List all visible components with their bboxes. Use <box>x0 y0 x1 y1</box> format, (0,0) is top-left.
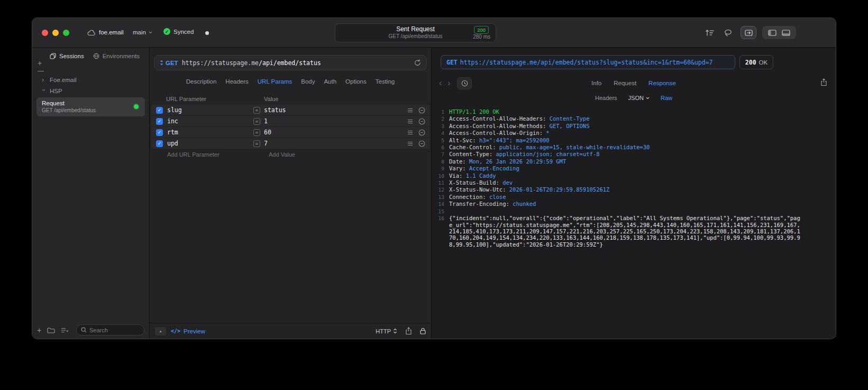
tree-item-foe-email[interactable]: › Foe.email <box>36 74 145 85</box>
request-item-subtitle: GET /api/embed/status <box>42 107 140 113</box>
titlebar: foe.email main ✓ Synced Sent Request GET… <box>32 18 836 48</box>
drag-handle-icon[interactable] <box>407 141 413 146</box>
method-selector[interactable]: GET <box>160 60 178 66</box>
header-name: Access-Control-Allow-Headers: <box>449 115 550 122</box>
add-request-button[interactable]: + <box>37 326 41 334</box>
header-line: 12X-Status-Now-Utc:2026-01-26T20:29:59.8… <box>437 186 801 193</box>
param-name[interactable]: slug <box>167 106 253 114</box>
url-bar[interactable]: GET https://statuspage.me/api/embed/stat… <box>154 55 427 70</box>
tab-headers[interactable]: Headers <box>225 78 248 85</box>
tab-info[interactable]: Info <box>591 77 601 89</box>
subtab-headers[interactable]: Headers <box>595 95 617 101</box>
response-raw-view[interactable]: 1 HTTP/1.1 200 OK 2Access-Control-Allow-… <box>437 108 801 337</box>
header-line: 14Transfer-Encoding:chunked <box>437 201 801 207</box>
drag-handle-icon[interactable] <box>407 108 413 113</box>
lock-icon[interactable] <box>420 328 426 334</box>
param-checkbox[interactable]: ✓ <box>156 107 163 114</box>
header-line: 8Date:Mon, 26 Jan 2026 20:29:59 GMT <box>437 158 801 165</box>
response-url-box: GET https://statuspage.me/api/embed/stat… <box>441 55 735 69</box>
add-session-button[interactable]: + <box>38 59 42 67</box>
line-number: 14 <box>437 201 444 207</box>
line-number: 3 <box>437 123 444 130</box>
drag-handle-icon[interactable] <box>407 130 413 135</box>
tab-testing[interactable]: Testing <box>376 78 395 85</box>
tab-environments[interactable]: Environments <box>93 53 140 59</box>
header-value: GET, OPTIONS <box>550 123 590 129</box>
header-line: 13Connection:close <box>437 194 801 201</box>
tab-url-params[interactable]: URL Params <box>258 78 292 85</box>
search-input[interactable] <box>89 327 140 333</box>
preview-button[interactable]: </> Preview <box>171 328 205 334</box>
minimize-button[interactable] <box>52 30 59 36</box>
chevron-down-icon <box>646 97 650 99</box>
subtab-raw[interactable]: Raw <box>661 95 672 101</box>
search-field[interactable] <box>76 324 144 335</box>
line-number: 15 <box>437 208 444 215</box>
new-folder-button[interactable] <box>47 327 55 333</box>
refresh-button[interactable] <box>414 59 421 66</box>
forward-button[interactable]: › <box>447 78 450 88</box>
header-name: X-Status-Now-Utc: <box>449 186 509 193</box>
export-button[interactable] <box>820 78 827 86</box>
param-checkbox[interactable]: ✓ <box>156 129 163 136</box>
panel-arrow-icon <box>745 30 753 36</box>
activity-widget[interactable]: Sent Request GET /api/embed/status 200 2… <box>335 23 496 42</box>
header-name: Via: <box>449 173 466 179</box>
param-row: ✓ inc = 1 <box>151 116 430 126</box>
remove-param-button[interactable] <box>418 107 425 114</box>
history-button[interactable] <box>457 77 472 89</box>
param-value[interactable]: 1 <box>264 117 402 125</box>
sessions-tree: › Foe.email › HSP Request GET /api/embed… <box>36 74 145 116</box>
lasso-button[interactable] <box>724 29 732 37</box>
remove-param-button[interactable] <box>418 129 425 136</box>
format-dropdown[interactable]: JSON <box>628 95 650 101</box>
tree-item-hsp[interactable]: › HSP <box>36 85 145 96</box>
share-button[interactable] <box>405 327 412 335</box>
tab-description[interactable]: Description <box>186 78 217 85</box>
drag-handle-icon[interactable] <box>407 119 413 124</box>
sort-ascending-button[interactable] <box>705 29 714 37</box>
param-checkbox[interactable]: ✓ <box>156 118 163 125</box>
console-toggle-button[interactable]: ▲ <box>155 327 166 335</box>
tree-item-label: Foe.email <box>50 77 77 83</box>
param-checkbox[interactable]: ✓ <box>156 140 163 147</box>
line-number: 4 <box>437 130 444 137</box>
left-sidebar-toggle-icon[interactable] <box>768 30 776 36</box>
param-value[interactable]: 60 <box>264 129 402 136</box>
equals-icon: = <box>253 140 260 147</box>
param-name[interactable]: rtm <box>167 129 253 136</box>
back-button[interactable]: ‹ <box>439 78 442 88</box>
bottom-panel-toggle-icon[interactable] <box>782 30 790 36</box>
param-name[interactable]: upd <box>167 140 253 147</box>
param-value[interactable]: 7 <box>264 140 402 147</box>
zoom-button[interactable] <box>63 30 69 36</box>
tab-request[interactable]: Request <box>614 77 636 89</box>
add-value-button[interactable]: Add Value <box>253 151 295 158</box>
response-tabs: Info Request Response <box>432 77 836 89</box>
remove-param-button[interactable] <box>418 118 425 125</box>
add-param-button[interactable]: Add URL Parameter <box>156 151 253 158</box>
param-name[interactable]: inc <box>167 117 253 125</box>
header-line: 2Access-Control-Allow-Headers:Content-Ty… <box>437 115 801 122</box>
remove-param-button[interactable] <box>418 140 425 147</box>
tab-response[interactable]: Response <box>648 77 676 89</box>
header-value: Mon, 26 Jan 2026 20:29:59 GMT <box>469 158 566 165</box>
request-item-selected[interactable]: Request GET /api/embed/status <box>36 97 145 116</box>
unsaved-indicator-dot <box>205 31 209 35</box>
sort-options-button[interactable] <box>61 328 69 333</box>
panel-arrow-button[interactable] <box>741 26 756 39</box>
sync-label: Synced <box>173 29 194 35</box>
header-value: 2026-01-26T20:29:59.859105261Z <box>509 186 610 193</box>
tab-body[interactable]: Body <box>301 78 315 85</box>
response-subtabs: Headers JSON Raw <box>432 95 836 101</box>
tab-sessions[interactable]: Sessions <box>50 53 84 59</box>
close-button[interactable] <box>42 30 48 36</box>
branch-selector[interactable]: main <box>133 29 152 35</box>
tab-auth[interactable]: Auth <box>324 78 336 85</box>
sync-status[interactable]: ✓ Synced <box>163 28 194 35</box>
param-value[interactable]: status <box>264 106 402 114</box>
desktop: foe.email main ✓ Synced Sent Request GET… <box>0 0 868 390</box>
collapse-handle[interactable]: — <box>38 68 44 74</box>
tab-options[interactable]: Options <box>345 78 367 85</box>
http-version-selector[interactable]: HTTP <box>376 328 397 334</box>
